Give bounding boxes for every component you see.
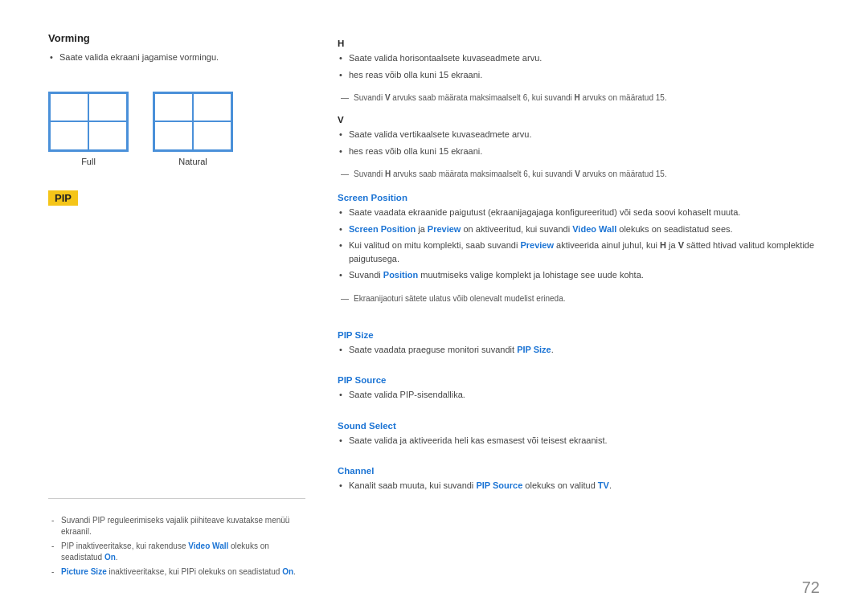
format-full-block: Full — [48, 92, 129, 166]
v-bullet-2: hes reas võib olla kuni 15 ekraani. — [338, 145, 820, 158]
grid-cell — [154, 121, 193, 150]
format-natural-grid — [153, 92, 233, 152]
grid-cell — [50, 121, 88, 150]
left-footnotes: Suvandi PIP reguleerimiseks vajalik piih… — [48, 498, 305, 581]
grid-cell — [193, 93, 231, 122]
v-bullet-1: Saate valida vertikaalsete kuvaseadmete … — [338, 128, 820, 141]
grid-cell — [88, 121, 127, 150]
screen-position-link: Screen Position — [349, 224, 416, 234]
preview-link-2: Preview — [520, 240, 554, 250]
preview-link-1: Preview — [428, 224, 461, 234]
picture-size-link: Picture Size — [61, 567, 107, 576]
grid-cell — [193, 121, 231, 150]
sp-bullet-4: Suvandi Position muutmiseks valige kompl… — [338, 268, 820, 282]
footnote-2: PIP inaktiveeritakse, kui rakenduse Vide… — [48, 541, 305, 563]
grid-cell — [88, 93, 127, 122]
grid-cell — [154, 93, 193, 122]
screen-position-bullets: Saate vaadata ekraanide paigutust (ekraa… — [338, 206, 820, 285]
vorming-bullets: Saate valida ekraani jagamise vormingu. — [48, 51, 305, 67]
h-bullets: Saate valida horisontaalsete kuvaseadmet… — [338, 51, 820, 84]
h-note: Suvandi V arvuks saab määrata maksimaals… — [338, 92, 820, 104]
vorming-title: Vorming — [48, 32, 305, 44]
grid-cell — [50, 93, 88, 122]
sound-select-bullets: Saate valida ja aktiveerida heli kas esm… — [338, 434, 820, 451]
page: Vorming Saate valida ekraani jagamise vo… — [0, 0, 868, 613]
format-images: Full Natural — [48, 92, 305, 166]
page-number: 72 — [802, 578, 820, 597]
video-wall-link: Video Wall — [188, 541, 228, 550]
channel-bullets: Kanalit saab muuta, kui suvandi PIP Sour… — [338, 479, 820, 496]
screen-position-title: Screen Position — [338, 193, 820, 202]
format-full-grid — [48, 92, 129, 152]
sp-bullet-1: Saate vaadata ekraanide paigutust (ekraa… — [338, 206, 820, 219]
video-wall-link-2: Video Wall — [572, 224, 616, 234]
format-natural-label: Natural — [178, 157, 207, 166]
pip-source-title: PIP Source — [338, 375, 820, 385]
v-label: V — [338, 115, 820, 125]
pip-size-bullets: Saate vaadata praeguse monitori suvandit… — [338, 343, 820, 360]
sound-select-bullet-1: Saate valida ja aktiveerida heli kas esm… — [338, 434, 820, 447]
v-note: Suvandi H arvuks saab määrata maksimaals… — [338, 169, 820, 180]
footnote-1: Suvandi PIP reguleerimiseks vajalik piih… — [48, 515, 305, 537]
v-bullets: Saate valida vertikaalsete kuvaseadmete … — [338, 128, 820, 161]
pip-source-link: PIP Source — [476, 480, 522, 490]
sound-select-title: Sound Select — [338, 421, 820, 431]
h-bullet-1: Saate valida horisontaalsete kuvaseadmet… — [338, 51, 820, 65]
footnote-3: Picture Size inaktiveeritakse, kui PIPi … — [48, 566, 305, 578]
sp-bullet-2: Screen Position ja Preview on aktiveerit… — [338, 223, 820, 236]
left-column: Vorming Saate valida ekraani jagamise vo… — [48, 32, 305, 581]
pip-size-link: PIP Size — [517, 345, 551, 354]
format-natural-block: Natural — [153, 92, 233, 166]
h-label: H — [338, 39, 820, 48]
sp-note: Ekraanijaoturi sätete ulatus võib olenev… — [338, 293, 820, 304]
pip-size-title: PIP Size — [338, 330, 820, 340]
right-column: H Saate valida horisontaalsete kuvaseadm… — [338, 32, 820, 581]
sp-bullet-3: Kui valitud on mitu komplekti, saab suva… — [338, 239, 820, 265]
pip-label: PIP — [48, 190, 78, 206]
on-link-2: On — [282, 567, 293, 576]
vorming-bullet-1: Saate valida ekraani jagamise vormingu. — [48, 51, 305, 64]
h-bullet-2: hes reas võib olla kuni 15 ekraani. — [338, 68, 820, 82]
channel-bullet-1: Kanalit saab muuta, kui suvandi PIP Sour… — [338, 479, 820, 492]
tv-link: TV — [598, 480, 609, 490]
pip-section: PIP — [48, 190, 305, 215]
channel-title: Channel — [338, 466, 820, 476]
position-link: Position — [383, 270, 418, 280]
format-full-label: Full — [81, 157, 96, 166]
pip-size-bullet-1: Saate vaadata praeguse monitori suvandit… — [338, 343, 820, 357]
pip-source-bullets: Saate valida PIP-sisendallika. — [338, 388, 820, 405]
pip-source-bullet-1: Saate valida PIP-sisendallika. — [338, 388, 820, 402]
on-link-1: On — [104, 553, 116, 562]
